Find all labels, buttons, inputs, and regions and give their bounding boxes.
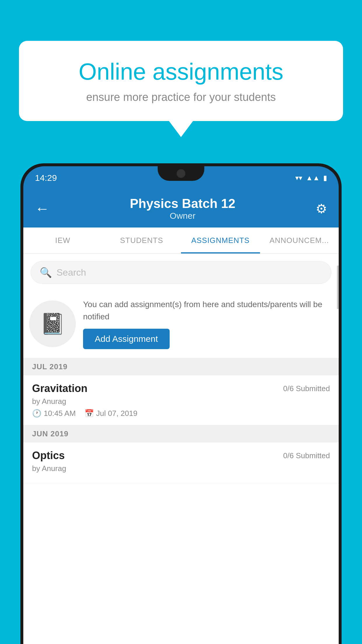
assignment-row-top: Gravitation 0/6 Submitted: [32, 382, 330, 395]
batch-title: Physics Batch 12: [50, 196, 316, 211]
assignment-date: Jul 07, 2019: [96, 409, 138, 418]
assignment-author-optics: by Anurag: [32, 464, 330, 473]
search-placeholder: Search: [57, 267, 86, 278]
screen-content: 🔍 Search 📓 You can add assignment(s) fro…: [23, 254, 339, 644]
batch-subtitle: Owner: [50, 211, 316, 221]
wifi-icon: ▾▾: [295, 174, 302, 182]
assignment-author: by Anurag: [32, 397, 330, 406]
search-icon: 🔍: [40, 267, 52, 278]
battery-icon: ▮: [323, 174, 327, 182]
assignment-meta: 🕐 10:45 AM 📅 Jul 07, 2019: [32, 409, 330, 418]
meta-date: 📅 Jul 07, 2019: [85, 409, 138, 418]
promo-description: You can add assignment(s) from here and …: [83, 298, 330, 323]
assignment-submitted: 0/6 Submitted: [283, 384, 330, 393]
assignment-submitted-optics: 0/6 Submitted: [283, 451, 330, 460]
calendar-icon: 📅: [85, 409, 94, 418]
back-button[interactable]: ←: [35, 200, 50, 217]
assignment-promo: 📓 You can add assignment(s) from here an…: [23, 290, 339, 358]
notebook-icon: 📓: [40, 312, 65, 336]
assignment-time: 10:45 AM: [44, 409, 76, 418]
scroll-indicator: [337, 265, 339, 309]
header-title-group: Physics Batch 12 Owner: [50, 196, 316, 221]
table-row[interactable]: Gravitation 0/6 Submitted by Anurag 🕐 10…: [23, 375, 339, 425]
tab-students[interactable]: STUDENTS: [102, 228, 181, 253]
section-header-jun: JUN 2019: [23, 425, 339, 442]
tab-bar: IEW STUDENTS ASSIGNMENTS ANNOUNCEM...: [23, 228, 339, 254]
speech-bubble-container: Online assignments ensure more practice …: [19, 41, 343, 121]
section-header-jul: JUL 2019: [23, 358, 339, 375]
promo-text-group: You can add assignment(s) from here and …: [83, 298, 330, 349]
meta-time: 🕐 10:45 AM: [32, 409, 76, 418]
assignment-row-top-optics: Optics 0/6 Submitted: [32, 449, 330, 462]
status-time: 14:29: [35, 173, 57, 183]
phone-inner: 14:29 ▾▾ ▲▲ ▮ ← Physics Batch 12 Owner ⚙…: [23, 166, 339, 644]
tab-assignments[interactable]: ASSIGNMENTS: [181, 228, 260, 253]
speech-bubble-subtitle: ensure more practice for your students: [39, 91, 323, 104]
assignment-title: Gravitation: [32, 382, 87, 395]
phone-notch: [158, 166, 204, 181]
phone-frame: 14:29 ▾▾ ▲▲ ▮ ← Physics Batch 12 Owner ⚙…: [20, 163, 342, 644]
promo-icon-circle: 📓: [29, 300, 76, 347]
search-bar[interactable]: 🔍 Search: [31, 261, 331, 284]
status-icons: ▾▾ ▲▲ ▮: [295, 174, 327, 182]
assignment-title-optics: Optics: [32, 449, 65, 462]
signal-icon: ▲▲: [306, 174, 320, 182]
table-row[interactable]: Optics 0/6 Submitted by Anurag: [23, 442, 339, 483]
speech-bubble: Online assignments ensure more practice …: [19, 41, 343, 121]
clock-icon: 🕐: [32, 409, 41, 418]
tab-iew[interactable]: IEW: [23, 228, 102, 253]
app-header: ← Physics Batch 12 Owner ⚙: [23, 190, 339, 228]
tab-announcements[interactable]: ANNOUNCEM...: [260, 228, 339, 253]
speech-bubble-title: Online assignments: [39, 58, 323, 85]
add-assignment-button[interactable]: Add Assignment: [83, 329, 170, 349]
settings-icon[interactable]: ⚙: [316, 201, 327, 216]
